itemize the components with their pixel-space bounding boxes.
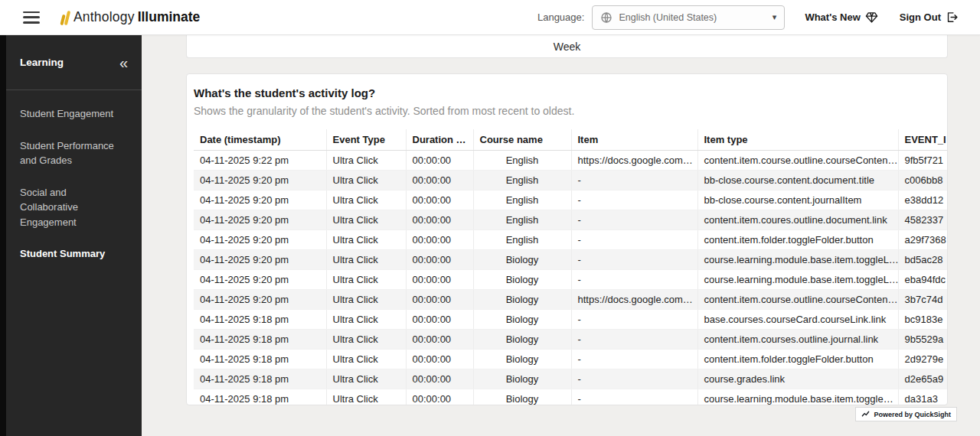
cell-course-name: English: [473, 230, 571, 250]
cell-event-id: d2e65a9: [898, 369, 948, 389]
activity-table: Date (timestamp) Event Type Duration … C…: [194, 129, 948, 405]
table-row[interactable]: 04-11-2025 9:20 pm Ultra Click 00:00:00 …: [194, 210, 948, 230]
cell-date: 04-11-2025 9:18 pm: [194, 369, 326, 389]
cell-event-type: Ultra Click: [326, 330, 406, 350]
cell-item: -: [571, 310, 697, 330]
cell-course-name: English: [473, 171, 571, 190]
brand-name-first: Anthology: [74, 9, 135, 25]
cell-duration: 00:00:00: [406, 290, 473, 310]
table-row[interactable]: 04-11-2025 9:22 pm Ultra Click 00:00:00 …: [194, 151, 948, 171]
cell-event-type: Ultra Click: [326, 210, 406, 230]
cell-item: -: [571, 270, 697, 290]
cell-duration: 00:00:00: [406, 369, 473, 389]
cell-item: -: [571, 230, 697, 250]
cell-duration: 00:00:00: [406, 330, 473, 350]
cell-event-id: da31a3: [898, 389, 948, 406]
sidebar-item-student-performance[interactable]: Student Performance and Grades: [6, 130, 142, 177]
cell-course-name: Biology: [473, 250, 571, 270]
language-selected-value: English (United States): [619, 12, 772, 23]
cell-item-type: content.item.courses.outline.journal.lin…: [697, 330, 898, 350]
cell-event-type: Ultra Click: [326, 310, 406, 330]
cell-item-type: content.item.folder.toggleFolder.button: [697, 350, 898, 369]
sidebar: Learning « Student Engagement Student Pe…: [0, 35, 142, 436]
sidebar-item-social-collaborative[interactable]: Social and Collaborative Engagement: [6, 177, 142, 239]
cell-date: 04-11-2025 9:20 pm: [194, 171, 326, 190]
cell-event-type: Ultra Click: [326, 389, 406, 406]
cell-item-type: course.grades.link: [697, 369, 898, 389]
cell-item: -: [571, 171, 697, 190]
table-row[interactable]: 04-11-2025 9:18 pm Ultra Click 00:00:00 …: [194, 369, 948, 389]
table-row[interactable]: 04-11-2025 9:18 pm Ultra Click 00:00:00 …: [194, 350, 948, 369]
top-header: Anthology Illuminate Language: English (…: [0, 0, 980, 35]
table-row[interactable]: 04-11-2025 9:20 pm Ultra Click 00:00:00 …: [194, 290, 948, 310]
cell-event-id: a29f7368: [898, 230, 948, 250]
table-row[interactable]: 04-11-2025 9:20 pm Ultra Click 00:00:00 …: [194, 190, 948, 210]
sign-out-button[interactable]: Sign Out: [900, 11, 959, 24]
language-dropdown[interactable]: English (United States) ▾: [592, 5, 785, 30]
collapse-sidebar-icon[interactable]: «: [116, 54, 131, 72]
cell-item: https://docs.google.com…: [571, 290, 697, 310]
cell-event-type: Ultra Click: [326, 190, 406, 210]
table-row[interactable]: 04-11-2025 9:18 pm Ultra Click 00:00:00 …: [194, 330, 948, 350]
cell-date: 04-11-2025 9:20 pm: [194, 210, 326, 230]
cell-event-type: Ultra Click: [326, 171, 406, 190]
cell-event-id: 2d9279e: [898, 350, 948, 369]
cell-date: 04-11-2025 9:20 pm: [194, 190, 326, 210]
week-label: Week: [554, 41, 581, 53]
cell-date: 04-11-2025 9:20 pm: [194, 250, 326, 270]
col-header-course-name[interactable]: Course name: [473, 129, 571, 151]
cell-duration: 00:00:00: [406, 171, 473, 190]
cell-duration: 00:00:00: [406, 230, 473, 250]
cell-date: 04-11-2025 9:20 pm: [194, 290, 326, 310]
table-row[interactable]: 04-11-2025 9:18 pm Ultra Click 00:00:00 …: [194, 389, 948, 406]
cell-course-name: English: [473, 151, 571, 171]
cell-event-type: Ultra Click: [326, 290, 406, 310]
cell-item-type: bb-close.course.content.document.title: [697, 171, 898, 190]
col-header-date[interactable]: Date (timestamp): [194, 129, 326, 151]
cell-event-id: 9fb5f721: [898, 151, 948, 171]
col-header-item-type[interactable]: Item type: [697, 129, 898, 151]
brand-logo: Anthology Illuminate: [61, 9, 200, 25]
cell-date: 04-11-2025 9:18 pm: [194, 310, 326, 330]
anthology-logo-mark-icon: [61, 10, 69, 25]
cell-event-id: c006bb8: [898, 171, 948, 190]
cell-duration: 00:00:00: [406, 151, 473, 171]
sidebar-section-title: Learning: [20, 57, 64, 68]
cell-date: 04-11-2025 9:20 pm: [194, 270, 326, 290]
cell-item: -: [571, 210, 697, 230]
main-content: Week What's the student's activity log? …: [142, 35, 980, 436]
activity-log-card: What's the student's activity log? Shows…: [186, 73, 948, 405]
sign-out-icon: [946, 11, 959, 24]
col-header-item[interactable]: Item: [571, 129, 697, 151]
table-row[interactable]: 04-11-2025 9:20 pm Ultra Click 00:00:00 …: [194, 250, 948, 270]
gem-icon: [865, 11, 878, 24]
col-header-event-type[interactable]: Event Type: [326, 129, 406, 151]
cell-event-type: Ultra Click: [326, 230, 406, 250]
sidebar-item-student-engagement[interactable]: Student Engagement: [6, 98, 142, 130]
week-granularity-strip: Week: [186, 35, 948, 58]
col-header-duration[interactable]: Duration …: [406, 129, 473, 151]
cell-date: 04-11-2025 9:18 pm: [194, 350, 326, 369]
cell-item-type: bb-close.course.content.journalItem: [697, 190, 898, 210]
table-row[interactable]: 04-11-2025 9:20 pm Ultra Click 00:00:00 …: [194, 270, 948, 290]
sidebar-item-student-summary[interactable]: Student Summary: [6, 238, 142, 270]
whats-new-button[interactable]: What's New: [805, 11, 877, 24]
globe-icon: [600, 11, 612, 24]
cell-item: -: [571, 350, 697, 369]
cell-duration: 00:00:00: [406, 190, 473, 210]
table-header-row: Date (timestamp) Event Type Duration … C…: [194, 129, 948, 151]
quicksight-logo-icon: [861, 410, 870, 418]
cell-course-name: Biology: [473, 369, 571, 389]
table-row[interactable]: 04-11-2025 9:20 pm Ultra Click 00:00:00 …: [194, 171, 948, 190]
cell-event-id: 3b7c74d: [898, 290, 948, 310]
cell-duration: 00:00:00: [406, 210, 473, 230]
table-row[interactable]: 04-11-2025 9:18 pm Ultra Click 00:00:00 …: [194, 310, 948, 330]
cell-event-id: 9b5529a: [898, 330, 948, 350]
whats-new-label: What's New: [805, 11, 860, 23]
cell-event-type: Ultra Click: [326, 369, 406, 389]
col-header-event-id[interactable]: EVENT_I: [898, 129, 948, 151]
table-row[interactable]: 04-11-2025 9:20 pm Ultra Click 00:00:00 …: [194, 230, 948, 250]
cell-course-name: Biology: [473, 290, 571, 310]
cell-item-type: content.item.course.outline.courseConten…: [697, 290, 898, 310]
hamburger-menu-icon[interactable]: [23, 11, 40, 24]
